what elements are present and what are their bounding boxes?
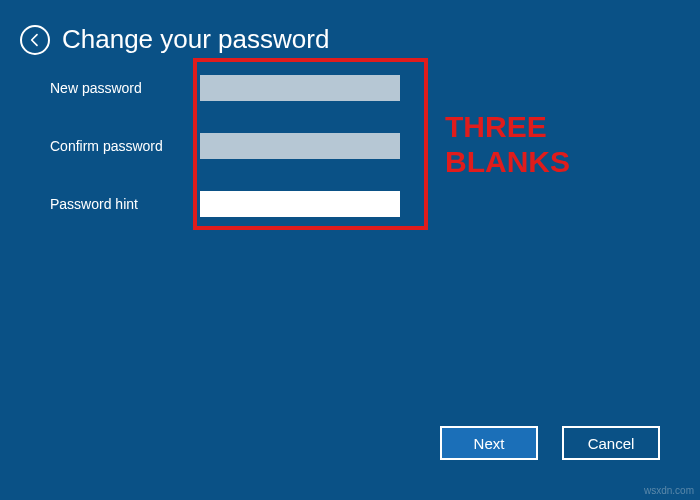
new-password-label: New password — [50, 80, 200, 96]
page-title: Change your password — [62, 24, 329, 55]
field-row-password-hint: Password hint — [50, 191, 650, 217]
back-button[interactable] — [20, 25, 50, 55]
arrow-left-icon — [27, 32, 43, 48]
next-button[interactable]: Next — [440, 426, 538, 460]
watermark: wsxdn.com — [644, 485, 694, 496]
annotation-line1: THREE — [445, 110, 570, 145]
new-password-input[interactable] — [200, 75, 400, 101]
password-form: New password Confirm password Password h… — [0, 65, 700, 227]
annotation-text: THREE BLANKS — [445, 110, 570, 179]
header: Change your password — [0, 0, 700, 65]
button-bar: Next Cancel — [440, 426, 660, 460]
password-hint-label: Password hint — [50, 196, 200, 212]
cancel-button[interactable]: Cancel — [562, 426, 660, 460]
annotation-line2: BLANKS — [445, 145, 570, 180]
password-hint-input[interactable] — [200, 191, 400, 217]
confirm-password-label: Confirm password — [50, 138, 200, 154]
confirm-password-input[interactable] — [200, 133, 400, 159]
field-row-new-password: New password — [50, 75, 650, 101]
